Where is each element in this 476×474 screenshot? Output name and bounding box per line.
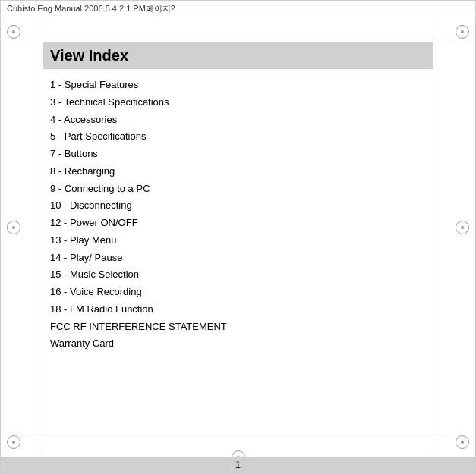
index-item: 15 - Music Selection [50, 266, 426, 284]
page-container: Cubisto Eng Manual 2006.5.4 2:1 PM페이지2 V… [0, 0, 476, 474]
reg-mark-top-left [7, 25, 20, 39]
index-item: 18 - FM Radio Function [50, 301, 426, 319]
content-area: View Index 1 - Special Features3 - Techn… [43, 42, 433, 432]
reg-mark-mid-left [7, 221, 20, 234]
index-item: 8 - Recharging [50, 163, 426, 180]
reg-mark-bottom-right [456, 435, 469, 449]
trim-line-top [24, 39, 452, 39]
index-item: 1 - Special Features [50, 77, 426, 94]
index-item: 16 - Voice Recording [50, 284, 426, 301]
page-number: 1 [235, 460, 241, 470]
index-item: FCC RF INTERFERENCE STATEMENT [50, 319, 426, 336]
header-text: Cubisto Eng Manual 2006.5.4 2:1 PM페이지2 [7, 3, 175, 14]
index-item: 10 - Disconnecting [50, 197, 426, 215]
trim-line-right [437, 24, 437, 450]
index-item: 12 - Power ON/OFF [50, 215, 426, 232]
reg-mark-top-right [456, 25, 469, 39]
trim-line-bottom [24, 435, 452, 435]
index-item: 14 - Play/ Pause [50, 250, 426, 267]
index-item: 9 - Connecting to a PC [50, 180, 426, 198]
index-item: 5 - Part Specifications [50, 128, 426, 146]
index-item: 3 - Technical Specifications [50, 94, 426, 111]
header-bar: Cubisto Eng Manual 2006.5.4 2:1 PM페이지2 [1, 1, 475, 17]
reg-mark-bottom-left [7, 435, 20, 449]
index-item: 13 - Play Menu [50, 232, 426, 250]
reg-mark-mid-right [456, 221, 469, 234]
index-item: 7 - Buttons [50, 146, 426, 163]
footer-bar: 1 [1, 457, 475, 473]
index-list: 1 - Special Features3 - Technical Specif… [43, 77, 433, 353]
view-index-title: View Index [43, 42, 433, 69]
index-item: 4 - Accessories [50, 111, 426, 129]
trim-line-left [39, 24, 39, 450]
index-item: Warranty Card [50, 335, 426, 353]
